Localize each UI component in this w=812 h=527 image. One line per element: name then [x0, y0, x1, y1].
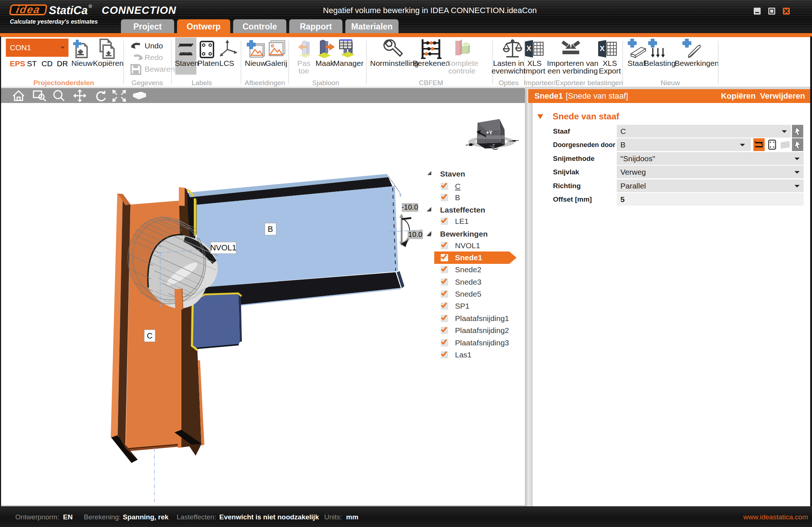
svg-text:-10.0: -10.0 [401, 203, 418, 211]
svg-text:10.0: 10.0 [408, 230, 423, 238]
svg-text:C: C [147, 331, 153, 340]
svg-text:X: X [526, 44, 531, 52]
svg-text:1: 1 [502, 134, 504, 139]
svg-text:+Y: +Y [486, 130, 493, 135]
svg-text:X: X [600, 44, 605, 52]
svg-text:–Z: –Z [490, 143, 495, 148]
svg-text:NVOL1: NVOL1 [210, 243, 236, 252]
svg-text:B: B [268, 225, 273, 234]
